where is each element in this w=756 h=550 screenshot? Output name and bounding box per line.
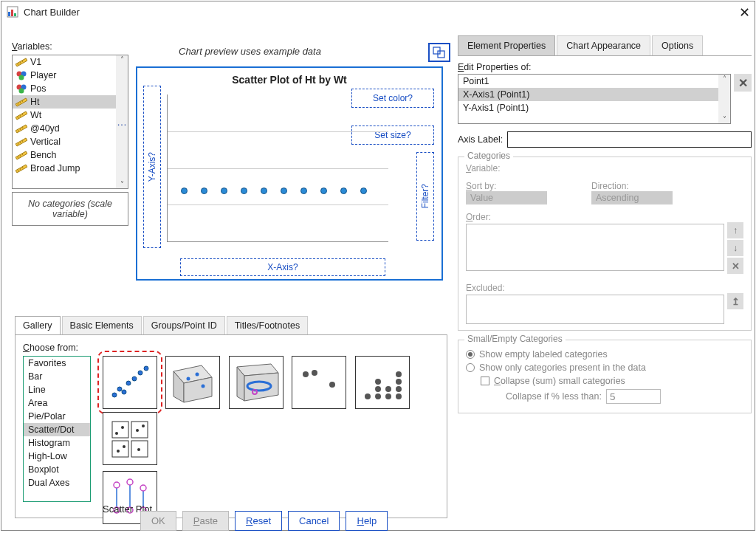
thumb-3d-scatter[interactable] (165, 356, 220, 409)
property-item[interactable]: Y-Axis1 (Point1) (458, 101, 730, 114)
variable-item[interactable]: Player (13, 69, 128, 82)
chart-type-item[interactable]: Pie/Polar (24, 410, 90, 423)
variable-name: Pos (30, 83, 47, 94)
show-empty-radio[interactable]: Show empty labeled categories (466, 349, 743, 360)
remove-button[interactable]: ✕ (727, 258, 743, 274)
delete-element-button[interactable]: ✕ (734, 74, 752, 92)
excluded-label: Excluded: (466, 283, 743, 293)
variable-item[interactable]: V1 (13, 55, 128, 69)
chart-preview[interactable]: Scatter Plot of Ht by Wt Set color? Set … (136, 66, 443, 281)
variable-item[interactable]: Bench (13, 148, 128, 162)
choose-from-label: Choose from: (23, 343, 439, 353)
svg-point-65 (385, 393, 391, 399)
dropzone-filter[interactable]: Filter? (416, 152, 434, 241)
svg-point-77 (136, 429, 139, 432)
scrollbar-vertical[interactable]: ˄…˅ (116, 55, 128, 188)
svg-marker-34 (16, 165, 27, 173)
variable-name: Broad Jump (30, 163, 80, 173)
variable-item[interactable]: @40yd (13, 122, 128, 135)
variable-item[interactable]: Broad Jump (13, 162, 128, 175)
dropzone-y[interactable]: Y-Axis? (143, 86, 161, 248)
radio-icon (466, 363, 475, 372)
thumb-summary-point[interactable] (103, 412, 157, 465)
sort-by-label: Sort by: (466, 181, 547, 191)
svg-point-61 (365, 393, 371, 399)
svg-point-60 (329, 382, 335, 388)
thumb-simple-dot[interactable] (292, 356, 346, 409)
axis-label-label: Axis Label: (458, 134, 503, 145)
chart-type-item[interactable]: Favorites (24, 357, 90, 370)
gallery-tab[interactable]: Groups/Point ID (143, 316, 225, 334)
move-up-button[interactable]: ↑ (727, 222, 743, 238)
svg-marker-18 (16, 111, 27, 120)
edit-properties-label: Edit Properties of: (458, 62, 752, 72)
variable-name: Player (30, 70, 56, 80)
app-icon (6, 5, 19, 18)
sort-by-select[interactable]: Value (466, 191, 547, 204)
chart-type-list[interactable]: FavoritesBarLineAreaPie/PolarScatter/Dot… (23, 356, 91, 502)
properties-list[interactable]: Point1X-Axis1 (Point1)Y-Axis1 (Point1)˄˅ (458, 74, 731, 124)
chart-type-item[interactable]: Boxplot (24, 463, 90, 476)
excluded-list[interactable] (466, 295, 724, 324)
direction-select[interactable]: Ascending (591, 191, 673, 204)
thumb-matrix-scatter[interactable] (229, 356, 284, 409)
properties-tab[interactable]: Chart Appearance (557, 35, 650, 55)
properties-tab[interactable]: Element Properties (458, 35, 555, 55)
order-list[interactable] (466, 224, 724, 271)
move-down-button[interactable]: ↓ (727, 240, 743, 256)
collapse-checkbox[interactable]: Collapse (sum) small categories (481, 376, 743, 386)
variable-item[interactable]: Ht (13, 95, 128, 109)
gallery-tab[interactable]: Titles/Footnotes (227, 316, 308, 334)
variables-list[interactable]: V1PlayerPosHtWt@40ydVerticalBenchBroad J… (12, 55, 128, 189)
help-button[interactable]: Help (346, 511, 388, 531)
svg-point-45 (138, 371, 142, 375)
chart-type-item[interactable]: Bar (24, 370, 90, 383)
dialog-buttons: OK Paste Reset Cancel Help (140, 511, 388, 531)
ok-button[interactable]: OK (140, 511, 176, 531)
collapse-pct-input[interactable] (606, 389, 661, 404)
close-icon[interactable]: ✕ (739, 4, 750, 21)
swap-axes-button[interactable] (428, 43, 450, 62)
properties-tab[interactable]: Options (652, 35, 703, 55)
gallery-tab[interactable]: Gallery (15, 316, 61, 334)
chart-builder-window: Chart Builder ✕ Variables: V1PlayerPosHt… (1, 1, 755, 531)
variable-item[interactable]: Wt (13, 109, 128, 122)
thumb-stacked-dot[interactable] (355, 356, 410, 409)
data-point (281, 188, 287, 194)
thumb-scatter[interactable] (103, 356, 157, 409)
variable-item[interactable]: Pos (13, 82, 128, 95)
paste-button[interactable]: Paste (182, 511, 229, 531)
data-point (320, 188, 327, 194)
variable-item[interactable]: Vertical (13, 135, 128, 148)
reset-button[interactable]: Reset (235, 511, 282, 531)
svg-point-80 (123, 445, 126, 448)
cancel-button[interactable]: Cancel (288, 511, 340, 531)
svg-point-51 (196, 373, 199, 377)
scrollbar-vertical[interactable]: ˄˅ (718, 75, 730, 123)
chart-type-item[interactable]: Area (24, 396, 90, 410)
svg-rect-1 (8, 12, 10, 16)
svg-point-70 (396, 371, 402, 377)
gallery-tab[interactable]: Basic Elements (62, 316, 142, 334)
property-item[interactable]: Point1 (458, 75, 730, 88)
radio-icon (466, 350, 475, 359)
title-bar: Chart Builder ✕ (1, 1, 755, 22)
svg-point-87 (140, 485, 146, 491)
chart-type-item[interactable]: Scatter/Dot (24, 423, 90, 436)
svg-point-85 (114, 482, 120, 488)
chart-type-item[interactable]: Line (24, 383, 90, 396)
chart-type-item[interactable]: Histogram (24, 436, 90, 450)
chart-type-item[interactable]: Dual Axes (24, 476, 90, 489)
show-present-radio[interactable]: Show only categories present in the data (466, 362, 743, 373)
dropzone-x[interactable]: X-Axis? (180, 258, 385, 276)
svg-point-67 (396, 393, 402, 399)
gallery-panel: Choose from: FavoritesBarLineAreaPie/Pol… (15, 335, 447, 518)
restore-button[interactable]: ↥ (727, 293, 743, 309)
data-point (360, 188, 367, 194)
small-empty-group: Small/Empty Categories Show empty labele… (458, 340, 752, 413)
property-item[interactable]: X-Axis1 (Point1) (458, 88, 730, 101)
gallery-tabbar: GalleryBasic ElementsGroups/Point IDTitl… (15, 316, 447, 335)
chart-type-item[interactable]: High-Low (24, 450, 90, 463)
svg-marker-14 (16, 98, 27, 106)
axis-label-input[interactable] (507, 131, 752, 148)
